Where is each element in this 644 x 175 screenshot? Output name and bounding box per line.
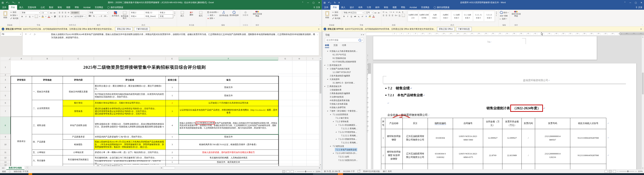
word-tab-开始[interactable]: 开始	[330, 5, 339, 10]
align-left-icon[interactable]: ☰	[59, 16, 60, 18]
excel-tab-开始[interactable]: 开始	[8, 5, 17, 10]
word-tab-设计[interactable]: 设计	[348, 5, 356, 10]
shading-icon[interactable]: 🗀	[399, 14, 400, 17]
delete-cells-button[interactable]: ▦✕删除	[187, 10, 196, 16]
column-header-C[interactable]: C	[63, 57, 94, 60]
cell[interactable]: 具有银行资信证明得2分，无银行资信证明不得分。	[94, 100, 166, 106]
page-layout-view-icon[interactable]	[286, 170, 290, 173]
cell[interactable]: 检验机构具有CMA或CNAS认证，检验报告扫描件（原件备查）	[179, 140, 278, 150]
gallery-down-icon[interactable]: ▼	[496, 13, 497, 14]
cell[interactable]: 以开标前三个月内银行出具的资信证明为准	[179, 100, 278, 106]
nav-item[interactable]: 6.2 投标保证金	[323, 56, 365, 60]
row-header-9[interactable]: 9	[0, 134, 11, 140]
sort-filter-button[interactable]: AZ▼排序和筛选	[219, 10, 228, 16]
excel-tab-帮助[interactable]: 帮助	[72, 5, 81, 10]
cell[interactable]: 备注	[179, 76, 278, 84]
cell[interactable]: 商务评分	[11, 117, 32, 166]
cell[interactable]: 三、销售业绩	[32, 117, 63, 134]
word-tab-Acrobat[interactable]: Acrobat	[408, 5, 419, 10]
nav-item[interactable]: 7.1.2.2 环境管理体…	[323, 130, 365, 134]
formula-content[interactable]: ✕ ✓ fx 投标人业绩统计为2023年度和2024年度本包产品的销售额，投标人…	[22, 32, 319, 56]
scroll-down-icon[interactable]: ▼	[642, 167, 644, 169]
tell-me-search[interactable]: 操作说明搜索	[106, 5, 125, 10]
nav-item[interactable]: 7.1.2 管理体系	[323, 120, 365, 123]
nav-item[interactable]: 6.1 开户许可证	[323, 53, 365, 56]
page-74[interactable]: 74↵	[373, 36, 597, 60]
decrease-indent-icon[interactable]: ⇤	[68, 16, 69, 18]
nav-item[interactable]: 3 其他资料	[323, 78, 365, 81]
paste-button[interactable]: 粘贴	[323, 10, 332, 18]
excel-tab-视图[interactable]: 视图	[64, 5, 72, 10]
cell[interactable]: 对所提供的产品承诺做到“三包”得1分，否则不得分。	[94, 134, 166, 140]
nav-tab-标题[interactable]: 标题	[325, 44, 329, 48]
superscript-button[interactable]: x²	[361, 15, 364, 17]
cell[interactable]: 1	[166, 155, 179, 160]
excel-tab-公式[interactable]: 公式	[38, 5, 47, 10]
excel-tab-插入[interactable]: 插入	[17, 5, 26, 10]
nav-item[interactable]: 1 投标报价表	[323, 88, 365, 92]
column-header-E[interactable]: E	[166, 57, 179, 60]
close-button[interactable]: ✕	[318, 1, 320, 4]
cell[interactable]: 检验报告	[63, 140, 94, 150]
cut-button[interactable]: ✂剪切	[332, 11, 340, 14]
cell[interactable]: 认证的项目应涵盖本包别的产品或产品类别，并附清晰的扫描件及查询网站（http:/…	[179, 106, 278, 117]
excel-tab-文件[interactable]: 文件	[0, 5, 8, 10]
gallery-down-icon[interactable]: ▼	[174, 13, 176, 14]
page-75[interactable]: 盘锦震环物资有限公司↵ 7.2 销售业绩↵ 7.2.1 本包产品销售业绩↵ ↵ …	[373, 63, 636, 169]
cell[interactable]: 六、售后服务	[32, 155, 63, 166]
cell[interactable]: 五、小单响应	[32, 150, 63, 156]
clear-button[interactable]: ◆清除▾	[208, 17, 218, 20]
collapse-ribbon-icon[interactable]: ⌃	[320, 24, 321, 26]
column-header-G[interactable]: G	[278, 57, 292, 60]
nav-item[interactable]: 二 技术投标文件	[323, 63, 365, 67]
nav-item[interactable]: 5 投标人告知承诺函	[323, 102, 365, 106]
addin-button[interactable]: 加载项	[241, 10, 250, 16]
page-break-view-icon[interactable]	[291, 170, 294, 173]
increase-indent-icon[interactable]: ⇥	[396, 11, 397, 13]
cell[interactable]: 1	[166, 160, 179, 164]
insert-cells-button[interactable]: 插入	[178, 10, 186, 17]
search-icon[interactable]	[358, 39, 361, 42]
cell[interactable]: 售后服务机构：企业已建立专门售后服务部门得1分，否则不得分。	[94, 155, 166, 160]
cell-style-chip[interactable]: 常规 2 2	[144, 11, 159, 14]
scroll-down-icon[interactable]: ▼	[319, 164, 322, 166]
align-center-icon[interactable]: ☰	[62, 16, 63, 18]
column-header-D[interactable]: D	[94, 57, 166, 60]
cell[interactable]: 通过职业健康安全管理体系认证并获得证书的得1分，没有不得分。通过环境管理体系认证…	[94, 106, 166, 117]
increase-indent-icon[interactable]: ⇥	[70, 16, 72, 18]
navigation-close-icon[interactable]: ✕ ▾	[361, 34, 364, 36]
nav-item[interactable]: 6 投标人认为有必要提供的其…	[323, 49, 365, 53]
macro-record-icon[interactable]	[9, 171, 11, 172]
cell[interactable]: 二、企业资质情况	[32, 100, 63, 117]
status-track-changes[interactable]: 修订: 关闭	[383, 170, 392, 173]
scroll-up-icon[interactable]: ▲	[642, 36, 644, 38]
cell[interactable]: 售后服务管理办法：企业已制定售后服务相关管理规定得1分，否则不得分。	[94, 160, 166, 164]
nav-item[interactable]: 三 商务投标文件	[323, 84, 365, 88]
zoom-slider[interactable]: −+	[617, 170, 636, 172]
scroll-right-icon[interactable]: ▶	[319, 167, 320, 169]
text-effects-icon[interactable]: A	[365, 15, 367, 17]
qat-more-icon[interactable]: ⇟	[338, 1, 340, 4]
excel-horizontal-scrollbar[interactable]: ◀ ▶	[160, 166, 321, 169]
cell[interactable]: 评审条款	[32, 76, 63, 84]
number-format-select[interactable]: 常规▾	[89, 11, 109, 14]
nav-item[interactable]: 7.1.2.3.1 查询网…	[323, 141, 365, 144]
grow-font-button[interactable]: A˄	[374, 12, 377, 14]
cell[interactable]: 售后服务组织机构图、人员构成基本情况	[179, 155, 278, 160]
subscript-button[interactable]: x₂	[358, 15, 360, 17]
autosum-button[interactable]: Σ自动求和 ▾	[208, 11, 218, 14]
minimize-button[interactable]: ─	[630, 1, 631, 4]
sheet-nav-icons[interactable]: ◀ ▶	[0, 166, 6, 170]
word-tab-插入[interactable]: 插入	[339, 5, 348, 10]
cell[interactable]: 1	[166, 91, 179, 100]
nav-item[interactable]: 7.1.2.3 质量管理体…	[323, 137, 365, 141]
cell[interactable]: 投标文件	[179, 91, 278, 100]
cell[interactable]: 银行资信	[63, 100, 94, 106]
multilevel-icon[interactable]: ⋮≡	[388, 11, 392, 13]
excel-tab-数据[interactable]: 数据	[47, 5, 56, 10]
scroll-up-icon[interactable]: ▲	[319, 57, 322, 59]
style-chip[interactable]: AaBbC标题 2	[440, 11, 451, 22]
maximize-button[interactable]: ▢	[312, 1, 314, 4]
cell[interactable]: 承诺对小单（单一规格0.05吨（含）以下）响应的得2分，没有不得分。	[94, 150, 166, 156]
cell[interactable]: 评审内容	[63, 76, 94, 84]
